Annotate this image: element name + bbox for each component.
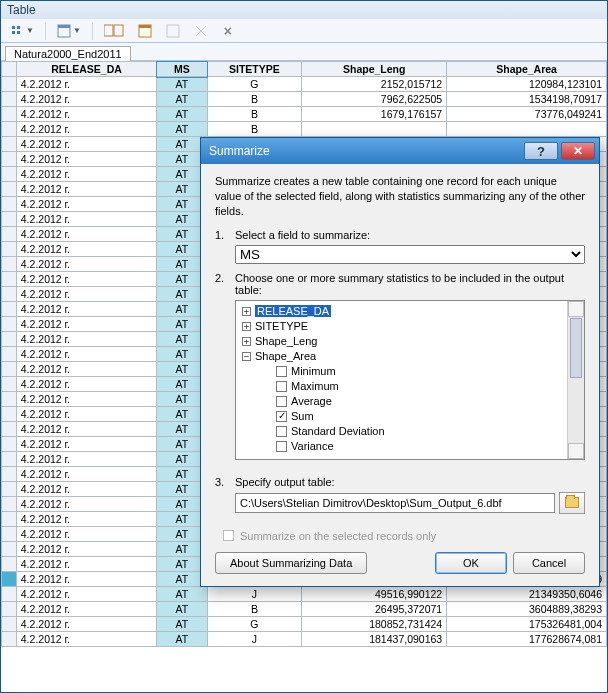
row-marker[interactable]	[2, 212, 17, 227]
row-marker[interactable]	[2, 602, 17, 617]
row-marker[interactable]	[2, 227, 17, 242]
column-header[interactable]: Shape_Leng	[302, 62, 447, 77]
menu-button-2[interactable]: ▼	[54, 22, 84, 40]
table-row[interactable]: 4.2.2012 г.ATJ49516,99012221349350,6046	[2, 587, 607, 602]
row-marker[interactable]	[2, 467, 17, 482]
row-marker[interactable]	[2, 617, 17, 632]
row-marker[interactable]	[2, 572, 17, 587]
table-row[interactable]: 4.2.2012 г.ATB	[2, 122, 607, 137]
help-button[interactable]: ?	[524, 142, 558, 160]
cancel-button[interactable]: Cancel	[513, 552, 585, 574]
cell: 4.2.2012 г.	[16, 602, 157, 617]
table-row[interactable]: 4.2.2012 г.ATG2152,015712120984,123101	[2, 77, 607, 92]
tree-statistic-row[interactable]: ✓Sum	[276, 409, 580, 424]
row-marker[interactable]	[2, 92, 17, 107]
row-marker[interactable]	[2, 407, 17, 422]
row-marker[interactable]	[2, 182, 17, 197]
collapse-icon[interactable]: −	[242, 352, 251, 361]
close-button[interactable]: ✕	[561, 142, 595, 160]
statistic-checkbox[interactable]: ✓	[276, 411, 287, 422]
column-header[interactable]: SITETYPE	[207, 62, 302, 77]
row-marker[interactable]	[2, 392, 17, 407]
row-marker[interactable]	[2, 317, 17, 332]
dialog-titlebar[interactable]: Summarize ? ✕	[201, 138, 599, 164]
statistic-checkbox[interactable]	[276, 396, 287, 407]
row-marker[interactable]	[2, 632, 17, 647]
cell: AT	[157, 632, 207, 647]
row-marker[interactable]	[2, 542, 17, 557]
expand-icon[interactable]: +	[242, 337, 251, 346]
row-marker[interactable]	[2, 287, 17, 302]
column-header[interactable]: MS	[157, 62, 207, 77]
row-marker[interactable]	[2, 347, 17, 362]
browse-button[interactable]	[559, 492, 585, 514]
close-table-button[interactable]: ×	[219, 22, 237, 40]
row-marker[interactable]	[2, 452, 17, 467]
statistic-checkbox[interactable]	[276, 381, 287, 392]
field-select[interactable]: MS	[235, 245, 585, 264]
table-tab[interactable]: Natura2000_End2011	[5, 46, 131, 61]
statistic-checkbox[interactable]	[276, 441, 287, 452]
table-row[interactable]: 4.2.2012 г.ATG180852,731424175326481,004	[2, 617, 607, 632]
folder-icon	[565, 497, 579, 508]
cell: 4.2.2012 г.	[16, 257, 157, 272]
statistic-checkbox[interactable]	[276, 366, 287, 377]
row-marker[interactable]	[2, 122, 17, 137]
tree-statistic-row[interactable]: Variance	[276, 439, 580, 454]
statistics-tree[interactable]: +RELEASE_DA+SITETYPE+Shape_Leng−Shape_Ar…	[235, 300, 585, 460]
row-marker[interactable]	[2, 482, 17, 497]
row-marker[interactable]	[2, 257, 17, 272]
cell: 26495,372071	[302, 602, 447, 617]
table-row[interactable]: 4.2.2012 г.ATB7962,6225051534198,70917	[2, 92, 607, 107]
row-marker[interactable]	[2, 497, 17, 512]
row-marker[interactable]	[2, 167, 17, 182]
svg-rect-1	[17, 26, 20, 29]
row-marker[interactable]	[2, 332, 17, 347]
tree-statistic-row[interactable]: Minimum	[276, 364, 580, 379]
ok-button[interactable]: OK	[435, 552, 507, 574]
row-marker[interactable]	[2, 527, 17, 542]
row-marker[interactable]	[2, 137, 17, 152]
table-row[interactable]: 4.2.2012 г.ATJ181437,090163177628674,081	[2, 632, 607, 647]
tree-field-row[interactable]: +SITETYPE	[242, 319, 580, 334]
row-marker[interactable]	[2, 437, 17, 452]
table-row[interactable]: 4.2.2012 г.ATB26495,3720713604889,38293	[2, 602, 607, 617]
row-marker-header	[2, 62, 17, 77]
row-marker[interactable]	[2, 242, 17, 257]
row-marker[interactable]	[2, 512, 17, 527]
tree-statistic-row[interactable]: Standard Deviation	[276, 424, 580, 439]
cell: 181437,090163	[302, 632, 447, 647]
output-path-input[interactable]	[235, 493, 555, 513]
related-tables-button[interactable]	[101, 22, 127, 40]
svg-rect-9	[139, 25, 151, 28]
row-marker[interactable]	[2, 107, 17, 122]
cell: 4.2.2012 г.	[16, 392, 157, 407]
row-marker[interactable]	[2, 422, 17, 437]
tree-field-row[interactable]: −Shape_Area	[242, 349, 580, 364]
tree-field-row[interactable]: +RELEASE_DA	[242, 304, 580, 319]
row-marker[interactable]	[2, 152, 17, 167]
tree-statistic-row[interactable]: Average	[276, 394, 580, 409]
cell: 4.2.2012 г.	[16, 572, 157, 587]
tree-statistic-row[interactable]: Maximum	[276, 379, 580, 394]
row-marker[interactable]	[2, 557, 17, 572]
row-marker[interactable]	[2, 272, 17, 287]
menu-button-1[interactable]: ▼	[7, 22, 37, 40]
row-marker[interactable]	[2, 77, 17, 92]
row-marker[interactable]	[2, 362, 17, 377]
row-marker[interactable]	[2, 197, 17, 212]
tree-field-row[interactable]: +Shape_Leng	[242, 334, 580, 349]
column-header[interactable]: RELEASE_DA	[16, 62, 157, 77]
row-marker[interactable]	[2, 377, 17, 392]
row-marker[interactable]	[2, 302, 17, 317]
tree-scrollbar[interactable]	[567, 301, 584, 459]
expand-icon[interactable]: +	[242, 307, 251, 316]
table-row[interactable]: 4.2.2012 г.ATB1679,17615773776,049241	[2, 107, 607, 122]
column-header[interactable]: Shape_Area	[447, 62, 607, 77]
about-button[interactable]: About Summarizing Data	[215, 552, 367, 574]
expand-icon[interactable]: +	[242, 322, 251, 331]
tree-label: SITETYPE	[255, 320, 308, 332]
row-marker[interactable]	[2, 587, 17, 602]
selection-button[interactable]	[135, 22, 155, 40]
statistic-checkbox[interactable]	[276, 426, 287, 437]
